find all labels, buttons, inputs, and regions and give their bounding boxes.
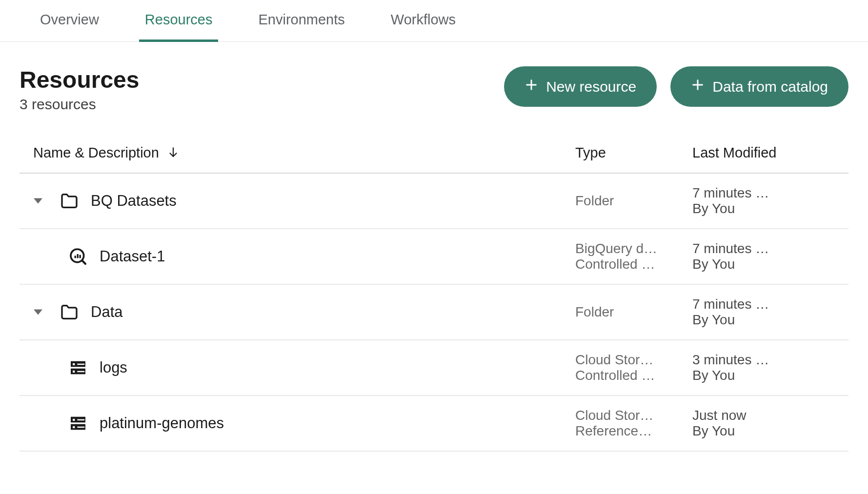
type-secondary: Controlled … xyxy=(575,368,673,383)
table-row[interactable]: logsCloud Stor…Controlled …3 minutes …By… xyxy=(20,340,848,396)
type-primary: BigQuery d… xyxy=(575,241,673,257)
tab-workflows[interactable]: Workflows xyxy=(385,0,462,41)
caret-down-icon xyxy=(34,197,42,205)
plus-icon xyxy=(691,78,705,95)
page-title: Resources xyxy=(20,66,139,93)
resource-name: Dataset-1 xyxy=(100,248,165,265)
cell-name: logs xyxy=(20,357,575,378)
new-resource-label: New resource xyxy=(546,79,636,95)
tab-environments[interactable]: Environments xyxy=(252,0,350,41)
resource-name: Data xyxy=(91,303,122,321)
type-primary: Cloud Stor… xyxy=(575,408,673,423)
storage-icon xyxy=(67,413,89,434)
data-from-catalog-label: Data from catalog xyxy=(712,79,828,95)
action-buttons: New resource Data from catalog xyxy=(504,66,848,107)
type-secondary: Reference… xyxy=(575,423,673,439)
page-header: Resources 3 resources New resource Data … xyxy=(0,42,868,127)
cell-name: BQ Datasets xyxy=(20,190,575,212)
table-row[interactable]: platinum-genomesCloud Stor…Reference…Jus… xyxy=(20,396,848,452)
column-header-name-label: Name & Description xyxy=(33,145,159,161)
modified-by: By You xyxy=(692,257,800,272)
resource-name: platinum-genomes xyxy=(100,415,224,432)
modified-by: By You xyxy=(692,312,800,328)
cell-modified: 7 minutes …By You xyxy=(692,185,848,217)
cell-modified: Just nowBy You xyxy=(692,408,848,439)
page-subtitle: 3 resources xyxy=(20,96,139,113)
resource-name: logs xyxy=(100,359,127,376)
modified-time: 7 minutes … xyxy=(692,241,800,257)
cell-type: Cloud Stor…Reference… xyxy=(575,408,692,439)
cell-modified: 7 minutes …By You xyxy=(692,241,848,272)
cell-type: Cloud Stor…Controlled … xyxy=(575,352,692,383)
plus-icon xyxy=(525,78,538,95)
type-primary: Folder xyxy=(575,193,673,209)
cell-name: Data xyxy=(20,301,575,323)
type-secondary: Controlled … xyxy=(575,257,673,272)
column-header-type[interactable]: Type xyxy=(575,145,692,161)
modified-time: 7 minutes … xyxy=(692,296,800,312)
modified-by: By You xyxy=(692,368,800,383)
tab-bar: Overview Resources Environments Workflow… xyxy=(0,0,868,42)
storage-icon xyxy=(67,357,89,378)
resources-table: Name & Description Type Last Modified BQ… xyxy=(0,127,868,452)
table-header: Name & Description Type Last Modified xyxy=(20,127,848,174)
folder-icon xyxy=(59,190,80,212)
modified-time: 7 minutes … xyxy=(692,185,800,201)
modified-by: By You xyxy=(692,423,800,439)
data-from-catalog-button[interactable]: Data from catalog xyxy=(670,66,848,107)
type-primary: Cloud Stor… xyxy=(575,352,673,368)
cell-type: BigQuery d…Controlled … xyxy=(575,241,692,272)
cell-name: Dataset-1 xyxy=(20,246,575,267)
tab-overview[interactable]: Overview xyxy=(34,0,105,41)
modified-time: Just now xyxy=(692,408,800,423)
table-row[interactable]: Dataset-1BigQuery d…Controlled …7 minute… xyxy=(20,229,848,285)
new-resource-button[interactable]: New resource xyxy=(504,66,657,107)
expand-toggle[interactable] xyxy=(28,197,48,205)
table-row[interactable]: BQ DatasetsFolder7 minutes …By You xyxy=(20,174,848,229)
cell-type: Folder xyxy=(575,193,692,209)
column-header-name[interactable]: Name & Description xyxy=(33,145,575,161)
resource-name: BQ Datasets xyxy=(91,192,177,210)
cell-type: Folder xyxy=(575,304,692,320)
type-primary: Folder xyxy=(575,304,673,320)
arrow-down-icon xyxy=(167,146,180,160)
caret-down-icon xyxy=(34,308,42,316)
expand-toggle[interactable] xyxy=(28,308,48,316)
folder-icon xyxy=(59,301,80,323)
bq-icon xyxy=(67,246,89,267)
title-block: Resources 3 resources xyxy=(20,66,139,113)
column-header-modified[interactable]: Last Modified xyxy=(692,145,848,161)
cell-modified: 7 minutes …By You xyxy=(692,296,848,328)
cell-modified: 3 minutes …By You xyxy=(692,352,848,383)
table-row[interactable]: DataFolder7 minutes …By You xyxy=(20,285,848,340)
modified-by: By You xyxy=(692,201,800,217)
modified-time: 3 minutes … xyxy=(692,352,800,368)
tab-resources[interactable]: Resources xyxy=(139,0,219,41)
cell-name: platinum-genomes xyxy=(20,413,575,434)
